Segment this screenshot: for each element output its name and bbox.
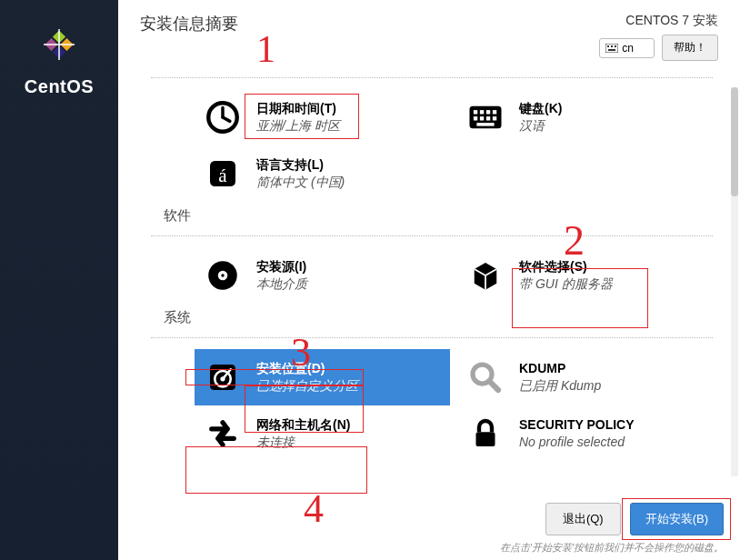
spoke-list: 日期和时间(T) 亚洲/上海 时区 键盘(K) 汉语 á 语言支持(L) [118, 77, 740, 494]
centos-logo-icon [36, 22, 82, 67]
spoke-title: 网络和主机名(N) [256, 416, 350, 434]
svg-rect-20 [480, 116, 484, 120]
spoke-install-source[interactable]: 安装源(I) 本地介质 [195, 247, 450, 304]
spoke-title: 语言支持(L) [256, 156, 345, 174]
sidebar: CentOS [0, 0, 118, 560]
keyboard-large-icon [466, 98, 505, 136]
svg-line-33 [489, 381, 498, 390]
header: 安装信息摘要 CENTOS 7 安装 cn 帮助！ [118, 0, 740, 77]
spoke-title: SECURITY POLICY [519, 416, 635, 434]
keyboard-icon [605, 44, 618, 53]
svg-line-13 [223, 117, 230, 121]
package-icon [466, 256, 505, 295]
spoke-network[interactable]: 网络和主机名(N) 未连接 [195, 405, 450, 462]
clock-icon [204, 98, 242, 136]
distro-label: CENTOS 7 安装 [599, 13, 718, 29]
spoke-install-destination[interactable]: 安装位置(D) 已选择自定义分区 [195, 349, 450, 405]
lock-icon [466, 415, 505, 453]
footer: 退出(Q) 开始安装(B) [118, 494, 740, 541]
keyboard-layout-indicator[interactable]: cn [599, 38, 655, 58]
spoke-language[interactable]: á 语言支持(L) 简体中文 (中国) [195, 145, 450, 202]
centos-logo-text: CentOS [25, 76, 94, 97]
svg-rect-6 [605, 44, 618, 53]
spoke-title: KDUMP [519, 360, 601, 377]
spoke-kdump[interactable]: KDUMP 已启用 Kdump [457, 349, 713, 405]
section-software-title: 软件 [151, 207, 713, 225]
spoke-sub: 已启用 Kdump [519, 377, 601, 395]
spoke-sub: 汉语 [519, 117, 562, 135]
svg-rect-15 [474, 110, 477, 114]
disc-icon [204, 256, 242, 295]
magnify-icon [466, 358, 505, 396]
spoke-sub: 已选择自定义分区 [256, 377, 358, 395]
spoke-software-selection[interactable]: 软件选择(S) 带 GUI 的服务器 [457, 247, 713, 304]
spoke-sub: No profile selected [519, 434, 635, 451]
spoke-title: 日期和时间(T) [256, 100, 340, 117]
svg-point-28 [221, 274, 225, 277]
network-icon [204, 415, 242, 453]
svg-rect-34 [476, 432, 495, 446]
disk-icon [204, 358, 242, 396]
disk-hint: 在点击'开始安装'按钮前我们并不会操作您的磁盘。 [118, 541, 740, 560]
section-system-title: 系统 [151, 309, 713, 326]
spoke-title: 安装源(I) [256, 258, 307, 275]
lang-code: cn [622, 42, 634, 55]
svg-rect-23 [476, 123, 494, 126]
spoke-title: 安装位置(D) [256, 360, 358, 377]
svg-rect-7 [607, 45, 609, 47]
spoke-title: 软件选择(S) [519, 258, 613, 275]
spoke-sub: 亚洲/上海 时区 [256, 117, 340, 135]
spoke-keyboard[interactable]: 键盘(K) 汉语 [457, 89, 713, 145]
svg-rect-17 [486, 110, 490, 114]
help-button[interactable]: 帮助！ [662, 35, 718, 61]
svg-rect-19 [474, 116, 477, 120]
page-title: 安装信息摘要 [140, 13, 238, 61]
spoke-sub: 简体中文 (中国) [256, 174, 345, 191]
spoke-title: 键盘(K) [519, 100, 562, 117]
language-icon: á [204, 155, 242, 193]
spoke-sub: 本地介质 [256, 275, 307, 293]
spoke-security[interactable]: SECURITY POLICY No profile selected [457, 405, 713, 462]
svg-rect-22 [493, 116, 496, 120]
main-panel: 安装信息摘要 CENTOS 7 安装 cn 帮助！ 日期和时间(T) 亚洲/上海 [118, 0, 740, 560]
spoke-sub: 未连接 [256, 434, 350, 451]
begin-install-button[interactable]: 开始安装(B) [630, 503, 724, 535]
svg-rect-18 [493, 110, 496, 114]
svg-text:á: á [218, 165, 227, 186]
scrollbar[interactable] [731, 87, 738, 476]
quit-button[interactable]: 退出(Q) [545, 503, 621, 535]
svg-rect-21 [486, 116, 490, 120]
svg-rect-8 [611, 45, 613, 47]
spoke-datetime[interactable]: 日期和时间(T) 亚洲/上海 时区 [195, 89, 450, 145]
svg-rect-9 [615, 45, 616, 47]
spoke-sub: 带 GUI 的服务器 [519, 275, 613, 293]
svg-rect-16 [480, 110, 484, 114]
svg-rect-10 [608, 49, 615, 51]
